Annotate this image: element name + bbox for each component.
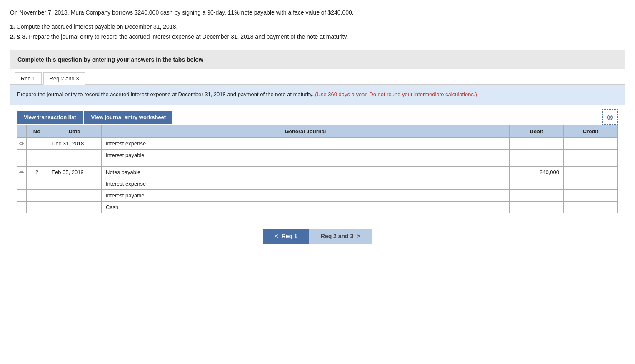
general-journal-entry[interactable]: Interest expense xyxy=(102,138,510,150)
edit-placeholder xyxy=(18,150,27,161)
table-row: Interest payable xyxy=(18,190,618,202)
edit-placeholder xyxy=(18,202,27,213)
entry-date xyxy=(48,161,102,167)
table-row: Interest payable xyxy=(18,150,618,161)
table-row xyxy=(18,161,618,167)
general-journal-entry[interactable]: Cash xyxy=(102,202,510,213)
general-journal-entry[interactable] xyxy=(102,161,510,167)
debit-entry[interactable] xyxy=(510,202,564,213)
debit-entry[interactable] xyxy=(510,161,564,167)
entry-number: 2 xyxy=(27,167,48,178)
entry-number: 1 xyxy=(27,138,48,150)
section-wrapper: Req 1 Req 2 and 3 Prepare the journal en… xyxy=(10,69,625,221)
tabs-header: Req 1 Req 2 and 3 xyxy=(10,69,625,85)
credit-entry[interactable] xyxy=(564,190,618,202)
entry-number xyxy=(27,178,48,190)
view-journal-button[interactable]: View journal entry worksheet xyxy=(84,111,172,124)
info-icon[interactable]: ⊗ xyxy=(602,109,618,125)
edit-icon[interactable]: ✏ xyxy=(18,167,27,178)
bottom-nav: < Req 1 Req 2 and 3 > xyxy=(10,229,625,244)
table-row: ✏2Feb 05, 2019Notes payable240,000 xyxy=(18,167,618,178)
entry-date: Feb 05, 2019 xyxy=(48,167,102,178)
table-row: Cash xyxy=(18,202,618,213)
numbered-item-2: 2. & 3. Prepare the journal entry to rec… xyxy=(10,32,625,42)
entry-number xyxy=(27,202,48,213)
credit-entry[interactable] xyxy=(564,138,618,150)
col-date: Date xyxy=(48,125,102,138)
entry-number xyxy=(27,190,48,202)
credit-entry[interactable] xyxy=(564,178,618,190)
prev-req1-button[interactable]: < Req 1 xyxy=(263,229,309,244)
col-credit: Credit xyxy=(564,125,618,138)
general-journal-entry[interactable]: Interest payable xyxy=(102,150,510,161)
complete-box: Complete this question by entering your … xyxy=(10,50,625,69)
credit-entry[interactable] xyxy=(564,167,618,178)
general-journal-entry[interactable]: Interest expense xyxy=(102,178,510,190)
col-general-journal: General Journal xyxy=(102,125,510,138)
journal-table: No Date General Journal Debit Credit ✏1D… xyxy=(17,125,618,213)
credit-entry[interactable] xyxy=(564,150,618,161)
credit-entry[interactable] xyxy=(564,202,618,213)
actions-row: View transaction list View journal entry… xyxy=(10,105,625,125)
tab-req2and3[interactable]: Req 2 and 3 xyxy=(43,72,85,85)
numbered-item-1: 1. Compute the accrued interest payable … xyxy=(10,22,625,32)
entry-date xyxy=(48,150,102,161)
entry-date xyxy=(48,178,102,190)
edit-icon[interactable]: ✏ xyxy=(18,138,27,150)
entry-date: Dec 31, 2018 xyxy=(48,138,102,150)
general-journal-entry[interactable]: Interest payable xyxy=(102,190,510,202)
entry-date xyxy=(48,202,102,213)
debit-entry[interactable] xyxy=(510,190,564,202)
edit-placeholder xyxy=(18,178,27,190)
intro-text: On November 7, 2018, Mura Company borrow… xyxy=(10,8,625,17)
col-debit: Debit xyxy=(510,125,564,138)
debit-entry[interactable] xyxy=(510,138,564,150)
table-section: No Date General Journal Debit Credit ✏1D… xyxy=(10,125,625,220)
edit-placeholder xyxy=(18,190,27,202)
entry-number xyxy=(27,150,48,161)
table-row: Interest expense xyxy=(18,178,618,190)
debit-entry[interactable] xyxy=(510,178,564,190)
table-row: ✏1Dec 31, 2018Interest expense xyxy=(18,138,618,150)
debit-entry[interactable] xyxy=(510,150,564,161)
red-text: (Use 360 days a year. Do not round your … xyxy=(315,91,477,97)
credit-entry[interactable] xyxy=(564,161,618,167)
debit-entry[interactable]: 240,000 xyxy=(510,167,564,178)
view-transaction-button[interactable]: View transaction list xyxy=(17,111,82,124)
entry-number xyxy=(27,161,48,167)
col-no: No xyxy=(27,125,48,138)
tab-content: Prepare the journal entry to record the … xyxy=(10,85,625,105)
edit-placeholder xyxy=(18,161,27,167)
tab-req1[interactable]: Req 1 xyxy=(15,72,42,84)
next-req2and3-button[interactable]: Req 2 and 3 > xyxy=(309,229,372,244)
entry-date xyxy=(48,190,102,202)
general-journal-entry[interactable]: Notes payable xyxy=(102,167,510,178)
